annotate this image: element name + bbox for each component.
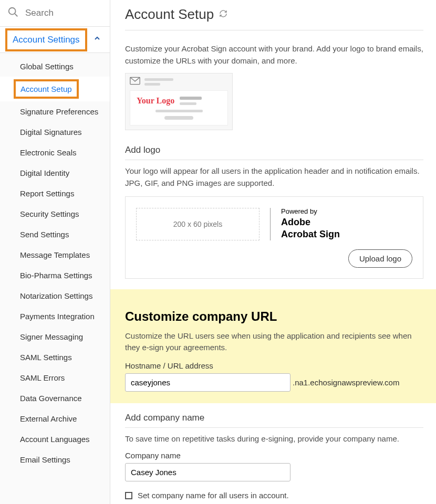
sidebar-item-external-archive[interactable]: External Archive xyxy=(0,408,110,429)
sidebar-nav: Global SettingsAccount SetupSignature Pr… xyxy=(0,53,110,470)
logo-box: 200 x 60 pixels Powered by Adobe Acrobat… xyxy=(125,196,423,279)
sidebar-item-notarization-settings[interactable]: Notarization Settings xyxy=(0,286,110,306)
svg-line-1 xyxy=(15,14,17,16)
svg-point-0 xyxy=(9,8,16,15)
sidebar-item-send-settings[interactable]: Send Settings xyxy=(0,224,110,245)
customize-url-heading: Customize company URL xyxy=(125,309,423,324)
page-title-row: Account Setup xyxy=(125,6,423,30)
company-name-desc: To save time on repetitive tasks during … xyxy=(125,433,423,445)
company-name-input[interactable] xyxy=(125,463,290,481)
sidebar-item-signature-preferences[interactable]: Signature Preferences xyxy=(0,101,110,122)
sidebar-item-message-templates[interactable]: Message Templates xyxy=(0,245,110,265)
app-shell: Account Settings Global SettingsAccount … xyxy=(0,0,436,504)
sidebar: Account Settings Global SettingsAccount … xyxy=(0,0,110,504)
search-input[interactable] xyxy=(24,7,102,19)
company-name-label: Company name xyxy=(125,451,423,460)
sidebar-item-electronic-seals[interactable]: Electronic Seals xyxy=(0,142,110,163)
intro-text: Customize your Acrobat Sign account with… xyxy=(125,43,423,67)
sidebar-section-account-settings[interactable]: Account Settings xyxy=(0,26,110,53)
sidebar-item-email-settings[interactable]: Email Settings xyxy=(0,449,110,470)
divider xyxy=(270,208,271,240)
brand-illustration: Your Logo xyxy=(125,73,233,130)
company-name-section: Add company name To save time on repetit… xyxy=(125,413,423,500)
logo-dropzone[interactable]: 200 x 60 pixels xyxy=(136,208,259,240)
chevron-up-icon xyxy=(93,34,101,45)
upload-logo-button[interactable]: Upload logo xyxy=(348,249,412,268)
powered-by-label: Powered by xyxy=(281,207,340,216)
main-content: Account Setup Customize your Acrobat Sig… xyxy=(110,0,436,504)
illustration-logo-text: Your Logo xyxy=(137,96,174,106)
page-title: Account Setup xyxy=(125,6,214,23)
sidebar-item-label: Account Setup xyxy=(14,79,79,99)
sidebar-item-payments-integration[interactable]: Payments Integration xyxy=(0,306,110,327)
sidebar-section-label: Account Settings xyxy=(5,28,87,51)
add-logo-section: Add logo Your logo will appear for all u… xyxy=(125,145,423,279)
hostname-label: Hostname / URL address xyxy=(125,361,423,370)
customize-url-section: Customize company URL Customize the URL … xyxy=(110,289,436,403)
customize-url-desc: Customize the URL users see when using t… xyxy=(125,330,423,354)
brand-line1: Adobe xyxy=(281,216,340,228)
sidebar-item-bio-pharma-settings[interactable]: Bio-Pharma Settings xyxy=(0,265,110,286)
sidebar-item-global-settings[interactable]: Global Settings xyxy=(0,56,110,77)
search-box[interactable] xyxy=(0,0,110,26)
sidebar-item-account-setup[interactable]: Account Setup xyxy=(0,77,110,101)
sidebar-item-signer-messaging[interactable]: Signer Messaging xyxy=(0,327,110,347)
search-icon xyxy=(7,6,19,20)
set-for-all-label: Set company name for all users in accoun… xyxy=(138,491,289,500)
sidebar-item-digital-signatures[interactable]: Digital Signatures xyxy=(0,122,110,142)
brand-line2: Acrobat Sign xyxy=(281,228,340,240)
refresh-icon[interactable] xyxy=(219,9,227,20)
sidebar-item-report-settings[interactable]: Report Settings xyxy=(0,183,110,204)
sidebar-item-data-governance[interactable]: Data Governance xyxy=(0,388,110,408)
checkbox-icon[interactable] xyxy=(125,492,132,499)
powered-by-brand: Powered by Adobe Acrobat Sign xyxy=(281,207,340,241)
envelope-icon xyxy=(130,77,140,87)
company-name-heading: Add company name xyxy=(125,413,423,428)
add-logo-desc: Your logo will appear for all users in t… xyxy=(125,165,423,189)
sidebar-item-saml-errors[interactable]: SAML Errors xyxy=(0,368,110,388)
sidebar-item-saml-settings[interactable]: SAML Settings xyxy=(0,347,110,368)
sidebar-item-digital-identity[interactable]: Digital Identity xyxy=(0,163,110,183)
sidebar-item-account-languages[interactable]: Account Languages xyxy=(0,429,110,449)
set-for-all-row[interactable]: Set company name for all users in accoun… xyxy=(125,491,423,500)
add-logo-heading: Add logo xyxy=(125,145,423,160)
hostname-suffix: .na1.echosignawspreview.com xyxy=(293,378,399,387)
sidebar-item-security-settings[interactable]: Security Settings xyxy=(0,204,110,224)
hostname-input[interactable] xyxy=(125,373,290,392)
